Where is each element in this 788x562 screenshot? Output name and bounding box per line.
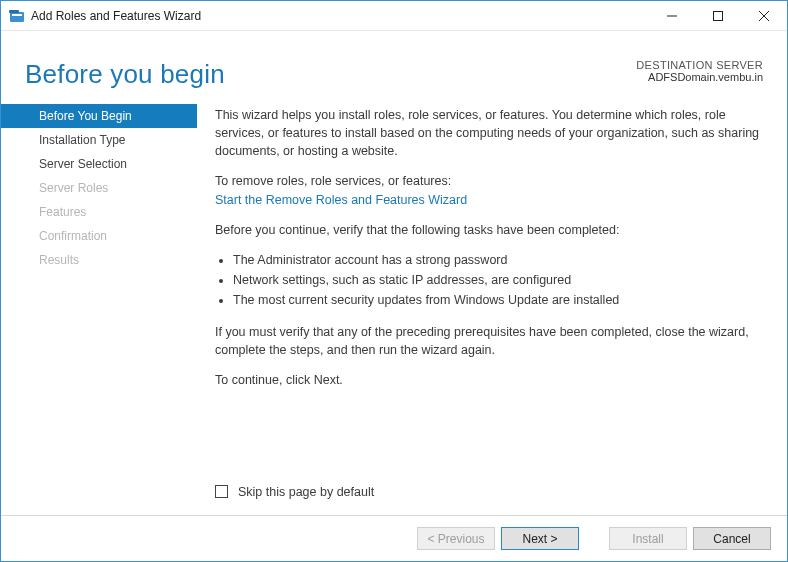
destination-server-block: DESTINATION SERVER ADFSDomain.vembu.in [636, 59, 763, 83]
prereq-list: The Administrator account has a strong p… [221, 251, 763, 311]
sidebar: Before You Begin Installation Type Serve… [1, 98, 197, 515]
sidebar-item-features: Features [1, 200, 197, 224]
body: Before You Begin Installation Type Serve… [1, 98, 787, 515]
destination-server-label: DESTINATION SERVER [636, 59, 763, 71]
skip-row: Skip this page by default [215, 477, 763, 515]
verify-prompt: Before you continue, verify that the fol… [215, 221, 763, 239]
wizard-window: Add Roles and Features Wizard Before you… [0, 0, 788, 562]
sidebar-item-installation-type[interactable]: Installation Type [1, 128, 197, 152]
close-note: If you must verify that any of the prece… [215, 323, 763, 359]
remove-roles-features-link[interactable]: Start the Remove Roles and Features Wiza… [215, 191, 763, 209]
svg-rect-2 [9, 10, 19, 13]
sidebar-item-before-you-begin[interactable]: Before You Begin [1, 104, 197, 128]
maximize-button[interactable] [695, 1, 741, 30]
destination-server-value: ADFSDomain.vembu.in [636, 71, 763, 83]
skip-label: Skip this page by default [238, 483, 374, 501]
skip-checkbox[interactable] [215, 485, 228, 498]
svg-rect-1 [12, 14, 22, 16]
app-icon [9, 8, 25, 24]
next-button[interactable]: Next > [501, 527, 579, 550]
previous-button: < Previous [417, 527, 495, 550]
sidebar-item-confirmation: Confirmation [1, 224, 197, 248]
sidebar-item-server-selection[interactable]: Server Selection [1, 152, 197, 176]
sidebar-item-results: Results [1, 248, 197, 272]
list-item: The most current security updates from W… [233, 291, 763, 309]
list-item: Network settings, such as static IP addr… [233, 271, 763, 289]
content-pane: This wizard helps you install roles, rol… [197, 98, 763, 515]
minimize-button[interactable] [649, 1, 695, 30]
svg-rect-4 [714, 11, 723, 20]
footer: < Previous Next > Install Cancel [1, 515, 787, 561]
sidebar-item-server-roles: Server Roles [1, 176, 197, 200]
window-title: Add Roles and Features Wizard [31, 9, 649, 23]
list-item: The Administrator account has a strong p… [233, 251, 763, 269]
close-button[interactable] [741, 1, 787, 30]
install-button: Install [609, 527, 687, 550]
header: Before you begin DESTINATION SERVER ADFS… [1, 31, 787, 98]
intro-text: This wizard helps you install roles, rol… [215, 106, 763, 160]
continue-note: To continue, click Next. [215, 371, 763, 389]
remove-prompt: To remove roles, role services, or featu… [215, 172, 763, 190]
svg-rect-0 [10, 12, 24, 22]
cancel-button[interactable]: Cancel [693, 527, 771, 550]
page-title: Before you begin [25, 59, 636, 90]
titlebar: Add Roles and Features Wizard [1, 1, 787, 31]
window-controls [649, 1, 787, 30]
